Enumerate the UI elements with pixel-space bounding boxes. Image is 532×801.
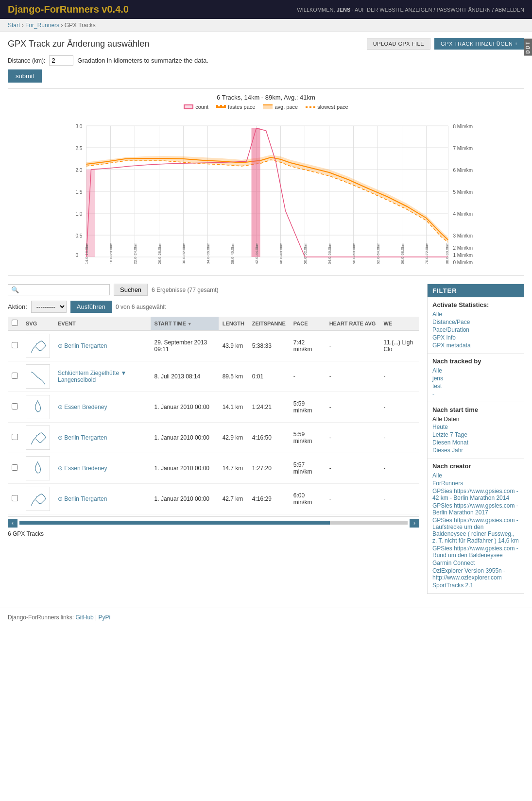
svg-text:14.0-16.0km: 14.0-16.0km (85, 242, 89, 264)
event-link[interactable]: ⊙ Essen Bredeney (58, 465, 107, 472)
password-link[interactable]: PASSWORT ÄNDERN (437, 7, 491, 13)
stats-gpx-metadata[interactable]: GPX metadata (432, 341, 519, 349)
execute-button[interactable]: Ausführen (70, 301, 112, 313)
col-heart-rate[interactable]: HEART RATE AVG (326, 317, 380, 330)
row-checkbox[interactable] (12, 403, 18, 409)
search-input[interactable] (19, 286, 106, 293)
add-gpx-button[interactable]: GPX TRACK HINZUFÜGEN + (434, 38, 524, 50)
row-checkbox[interactable] (12, 434, 18, 440)
upload-gpx-button[interactable]: UPLOAD GPX FILE (367, 38, 430, 50)
creator-gpsies-laufstrecke[interactable]: GPSies https://www.gpsies.com - Laufstre… (432, 516, 519, 545)
col-pace[interactable]: PACE (290, 317, 326, 330)
scroll-right-button[interactable]: › (410, 519, 419, 528)
tracked-test[interactable]: test (432, 382, 519, 390)
svg-text:66.0-68.0km: 66.0-68.0km (400, 242, 405, 264)
row-checkbox-cell (8, 330, 22, 361)
tracked-jens[interactable]: jens (432, 375, 519, 382)
tracked-by-title: Nach tracked by (432, 358, 519, 365)
track-svg-4 (27, 426, 49, 449)
scroll-left-button[interactable]: ‹ (8, 519, 17, 528)
svg-text:62.0-64.0km: 62.0-64.0km (376, 242, 380, 264)
event-link[interactable]: ⊙ Berlin Tiergarten (58, 342, 107, 349)
website-link[interactable]: AUF DER WEBSITE ANZEIGEN (355, 7, 432, 13)
search-button[interactable]: Suchen (114, 284, 148, 296)
breadcrumb-forrunners[interactable]: For_Runners (25, 22, 59, 29)
table-row: ⊙ Berlin Tiergarten 1. Januar 2010 00:00… (8, 423, 419, 453)
svg-text:0.5: 0.5 (76, 233, 83, 239)
search-results: 6 Ergebnisse (77 gesamt) (152, 287, 218, 293)
main-content: GPX Track zur Änderung auswählen UPLOAD … (0, 32, 532, 600)
row-checkbox[interactable] (12, 373, 18, 379)
action-label: Aktion: (8, 303, 27, 310)
pace-cell: - (290, 361, 326, 392)
start-time-cell: 1. Januar 2010 00:00 (151, 453, 219, 484)
row-checkbox[interactable] (12, 464, 18, 471)
event-link[interactable]: ⊙ Essen Bredeney (58, 404, 107, 410)
row-checkbox-cell (8, 484, 22, 514)
creator-gpsies-berlin-2014[interactable]: GPSies https://www.gpsies.com - 42 km - … (432, 487, 519, 502)
row-checkbox[interactable] (12, 495, 18, 501)
event-link[interactable]: ⊙ Berlin Tiergarten (58, 495, 107, 502)
svg-text:1 Min/km: 1 Min/km (453, 253, 473, 258)
svg-text:6 Min/km: 6 Min/km (453, 168, 473, 173)
creator-gpsies-rund[interactable]: GPSies https://www.gpsies.com - Rund um … (432, 545, 519, 559)
col-zeitspanne[interactable]: ZEITSPANNE (248, 317, 290, 330)
track-svg-2 (27, 365, 49, 388)
stats-distance-pace[interactable]: Distance/Pace (432, 318, 519, 326)
time-heute[interactable]: Heute (432, 423, 519, 431)
footer-text: Django-ForRunners links: (8, 614, 74, 621)
selected-count: 0 von 6 ausgewählt (116, 304, 166, 310)
creator-garmin[interactable]: Garmin Connect (432, 559, 519, 567)
row-checkbox[interactable] (12, 342, 18, 348)
stats-pace-duration[interactable]: Pace/Duration (432, 326, 519, 334)
pace-cell: 5:59 min/km (290, 423, 326, 453)
time-diesen-monat[interactable]: Diesen Monat (432, 439, 519, 446)
select-all-checkbox[interactable] (12, 320, 18, 326)
logout-link[interactable]: ABMELDEN (495, 7, 524, 13)
length-cell: 42.9 km (219, 423, 248, 453)
distance-filter-row: Distance (km): Gradation in kilometers t… (8, 55, 524, 66)
we-cell: - (379, 423, 419, 453)
tracked-alle[interactable]: Alle (432, 367, 519, 375)
activate-stats-title: Activate Statistics: (432, 301, 519, 308)
creator-forrunners[interactable]: ForRunners (432, 479, 519, 487)
github-link[interactable]: GitHub (75, 614, 93, 621)
col-start-time[interactable]: START TIME ▼ (151, 317, 219, 330)
scroll-bar[interactable] (19, 521, 408, 525)
stats-alle[interactable]: Alle (432, 310, 519, 318)
pace-cell: 5:57 min/km (290, 453, 326, 484)
tracked-dash[interactable]: - (432, 390, 519, 398)
action-select[interactable]: --------- (31, 301, 67, 313)
creator-sporttracks[interactable]: SportTracks 2.1 (432, 581, 519, 589)
legend-avg-color (263, 104, 273, 109)
start-time-cell: 1. Januar 2010 00:00 (151, 484, 219, 514)
pypi-link[interactable]: PyPi (99, 614, 111, 621)
svg-text:1.5: 1.5 (76, 189, 83, 195)
col-event[interactable]: EVENT (54, 317, 151, 330)
svg-text:26.0-28.0km: 26.0-28.0km (157, 242, 162, 264)
col-we[interactable]: WE (379, 317, 419, 330)
start-time-cell: 29. September 2013 09:11 (151, 330, 219, 361)
time-alle-daten[interactable]: Alle Daten (432, 415, 519, 423)
creator-oziexplorer[interactable]: OziExplorer Version 3955n - http://www.o… (432, 567, 519, 581)
event-link[interactable]: ⊙ Berlin Tiergarten (58, 434, 107, 441)
legend-fastest-color (216, 106, 226, 108)
track-svg-3 (27, 396, 49, 418)
footer: Django-ForRunners links: GitHub | PyPi (0, 608, 532, 627)
submit-button[interactable]: submit (8, 69, 42, 83)
distance-input[interactable] (49, 55, 73, 66)
breadcrumb-start[interactable]: Start (8, 22, 20, 29)
creator-alle[interactable]: Alle (432, 472, 519, 479)
event-link[interactable]: Schlüchtern Ziegelhütte ▼ Langenselbold (58, 370, 126, 383)
legend-slowest-color (306, 106, 315, 108)
track-svg-cell (22, 361, 54, 392)
track-svg-cell (22, 423, 54, 453)
event-cell: ⊙ Berlin Tiergarten (54, 484, 151, 514)
col-length[interactable]: LENGTH (219, 317, 248, 330)
creator-gpsies-berlin-2017[interactable]: GPSies https://www.gpsies.com - Berlin M… (432, 502, 519, 516)
time-dieses-jahr[interactable]: Dieses Jahr (432, 446, 519, 454)
stats-gpx-info[interactable]: GPX info (432, 334, 519, 341)
page-header: GPX Track zur Änderung auswählen UPLOAD … (8, 38, 524, 50)
table-header-row: SVG EVENT START TIME ▼ LENGTH ZEITSPANNE… (8, 317, 419, 330)
time-letzte-7[interactable]: Letzte 7 Tage (432, 431, 519, 439)
